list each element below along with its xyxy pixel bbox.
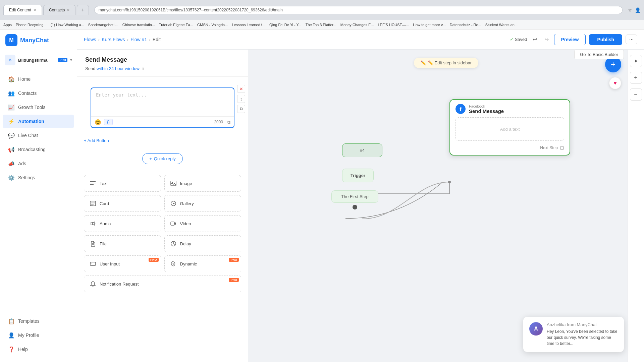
magic-tool-button[interactable]: ✦ (630, 55, 642, 67)
bookmark-7[interactable]: Lessons Learned f... (232, 23, 265, 27)
sidebar-item-label: Ads (18, 161, 26, 166)
resize-button[interactable]: ↕ (237, 95, 245, 103)
arrow-connector (248, 50, 644, 362)
message-textarea[interactable] (91, 88, 234, 115)
panel-title: Send Message (85, 56, 240, 63)
bookmark-14[interactable]: Student Wants an... (485, 23, 518, 27)
breadcrumb-flow1[interactable]: Flow #1 (130, 37, 147, 42)
zoom-out-button[interactable]: − (630, 88, 642, 101)
sidebar-item-live-chat[interactable]: 💬 Live Chat (3, 129, 74, 142)
file-block-icon (90, 240, 96, 247)
block-image[interactable]: Image (164, 175, 241, 192)
block-card[interactable]: Card (84, 195, 161, 212)
block-audio[interactable]: Audio (84, 215, 161, 232)
sidebar-item-my-profile[interactable]: 👤 My Profile (3, 328, 74, 342)
sidebar-item-help[interactable]: ❓ Help (3, 343, 74, 356)
copy-button[interactable]: ⧉ (227, 119, 230, 125)
block-notification-request[interactable]: Notification Request PRO (84, 276, 241, 292)
tab-close[interactable]: ✕ (67, 8, 70, 12)
star-icon[interactable]: ☆ (628, 7, 632, 13)
undo-button[interactable]: ↩ (531, 34, 539, 45)
first-step-label: The First Step (331, 190, 378, 203)
more-options-button[interactable]: ⋯ (626, 35, 637, 44)
block-video[interactable]: Video (164, 215, 241, 232)
browser-icons: ☆ 👤 (628, 7, 641, 13)
bookmark-12[interactable]: How to get more v... (413, 23, 446, 27)
variable-button[interactable]: {} (104, 119, 113, 125)
node-title-group: Facebook Send Message (469, 104, 504, 114)
add-button-button[interactable]: + Add Button (84, 136, 109, 145)
block-text[interactable]: Text (84, 175, 161, 192)
browser-bar: Edit Content ✕ Contacts ✕ + manychat.com… (0, 0, 644, 20)
go-basic-builder-button[interactable]: Go To Basic Builder (574, 50, 624, 59)
trigger-node[interactable]: Trigger (342, 169, 374, 182)
block-dynamic[interactable]: Dynamic PRO (164, 255, 241, 272)
address-bar[interactable]: manychat.com/fb198150208192061B/cms/file… (94, 6, 623, 14)
profile-icon[interactable]: 👤 (635, 7, 641, 13)
sidebar-item-ads[interactable]: 📣 Ads (3, 157, 74, 170)
svg-rect-8 (91, 205, 93, 206)
pro-badge: PRO (58, 58, 67, 62)
first-step-dot (353, 205, 357, 209)
gallery-block-label: Gallery (180, 201, 194, 206)
bookmark-1[interactable]: Phone Recycling... (16, 23, 47, 27)
bookmark-10[interactable]: Money Changes E... (340, 23, 374, 27)
tab-new[interactable]: + (77, 5, 89, 15)
delete-message-button[interactable]: ✕ (237, 85, 245, 93)
zoom-in-button[interactable]: + (630, 72, 642, 84)
canvas-area[interactable]: ✏️ ✏️ Edit step in sidebar #4 Trigger (248, 50, 644, 362)
workspace-selector[interactable]: B Bildungsfirma PRO ▾ (0, 51, 77, 69)
bookmark-2[interactable]: (1) How Working a... (51, 23, 84, 27)
send-label: Send (85, 66, 95, 71)
redo-button[interactable]: ↪ (542, 34, 551, 45)
duplicate-button[interactable]: ⧉ (237, 105, 245, 113)
bookmark-9[interactable]: The Top 3 Platfor... (306, 23, 336, 27)
node-placeholder[interactable]: Add a text (455, 117, 564, 141)
info-icon[interactable]: ℹ (142, 66, 144, 71)
quick-reply-label: Quick reply (154, 156, 176, 161)
tab-edit-content[interactable]: Edit Content ✕ (3, 5, 42, 15)
publish-button[interactable]: Publish (589, 34, 622, 45)
bookmark-3[interactable]: Sonderangebot i... (88, 23, 118, 27)
block-file[interactable]: File (84, 235, 161, 252)
send-message-node[interactable]: f Facebook Send Message Add a text Next … (449, 99, 570, 156)
breadcrumb-kurs-flows[interactable]: Kurs Flows (102, 37, 125, 42)
sidebar-item-automation[interactable]: ⚡ Automation (3, 115, 74, 128)
sidebar-item-home[interactable]: 🏠 Home (3, 72, 74, 86)
block-gallery[interactable]: Gallery (164, 195, 241, 212)
emoji-button[interactable]: 😊 (95, 119, 101, 125)
growth-icon: 📈 (8, 104, 15, 111)
bookmark-8[interactable]: Qing Fei De Yi - Y... (269, 23, 302, 27)
trigger-label: Trigger (351, 173, 365, 178)
svg-point-18 (173, 263, 174, 264)
sidebar-item-settings[interactable]: ⚙️ Settings (3, 171, 74, 184)
node-footer: Next Step (450, 145, 570, 155)
sidebar-item-templates[interactable]: 📋 Templates (3, 314, 74, 328)
window-link[interactable]: within 24 hour window (97, 66, 140, 71)
panel-header: Send Message Send within 24 hour window … (77, 50, 248, 77)
bookmark-apps[interactable]: Apps (3, 23, 12, 27)
main: Flows › Kurs Flows › Flow #1 › Edit ✓ Sa… (77, 29, 644, 362)
sidebar-item-growth-tools[interactable]: 📈 Growth Tools (3, 101, 74, 114)
bookmark-4[interactable]: Chinese translatio... (122, 23, 155, 27)
video-block-label: Video (180, 221, 191, 226)
breadcrumb-flows[interactable]: Flows (84, 37, 96, 42)
heart-button[interactable]: ♥ (609, 77, 621, 89)
chat-notification[interactable]: A Anzhelika from ManyChat Hey Leon, You'… (523, 317, 624, 352)
tab-close[interactable]: ✕ (33, 8, 36, 12)
bookmark-11[interactable]: LEE'S HOUSE—... (378, 23, 409, 27)
next-step-dot[interactable] (560, 146, 564, 150)
quick-reply-button[interactable]: + Quick reply (142, 153, 183, 164)
sidebar-item-broadcasting[interactable]: 📢 Broadcasting (3, 143, 74, 156)
next-step-label: Next Step (540, 145, 558, 150)
block-delay[interactable]: Delay (164, 235, 241, 252)
sidebar-item-contacts[interactable]: 👥 Contacts (3, 86, 74, 100)
block-user-input[interactable]: User Input PRO (84, 255, 161, 272)
preview-button[interactable]: Preview (554, 34, 586, 45)
bookmark-13[interactable]: Datenschutz - Re... (450, 23, 481, 27)
bookmark-5[interactable]: Tutorial: Eigene Fa... (159, 23, 193, 27)
tab-contacts[interactable]: Contacts ✕ (43, 5, 75, 15)
bookmark-6[interactable]: GMSN - Vologda... (197, 23, 228, 27)
canvas-hint: ✏️ ✏️ Edit step in sidebar (414, 58, 478, 68)
saved-badge: ✓ Saved (510, 37, 527, 42)
